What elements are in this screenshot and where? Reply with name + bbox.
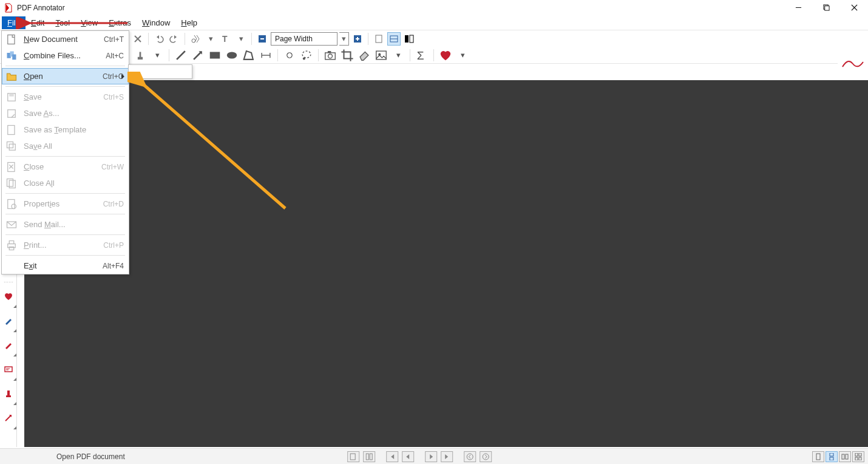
nav-pages2-icon[interactable]: [363, 451, 375, 462]
find-icon[interactable]: [189, 32, 202, 46]
fit-page-icon[interactable]: [372, 32, 385, 46]
menu-edit[interactable]: Edit: [25, 16, 50, 29]
favorite-dropdown-icon[interactable]: ▾: [456, 49, 469, 62]
svg-point-7: [192, 39, 195, 43]
nav-pages-icon[interactable]: [347, 451, 359, 462]
svg-point-26: [302, 51, 311, 58]
title-bar: PDF Annotator: [0, 0, 868, 15]
undo-icon[interactable]: [152, 32, 166, 46]
image-dropdown-icon[interactable]: ▾: [392, 49, 405, 62]
svg-point-29: [328, 53, 333, 58]
document-canvas[interactable]: [24, 80, 868, 447]
side-pen-blue-icon[interactable]: [0, 309, 17, 333]
svg-rect-69: [842, 454, 844, 459]
zoom-dropdown[interactable]: ▾: [339, 32, 349, 46]
nav-next-icon[interactable]: [425, 451, 437, 462]
side-favorite-icon[interactable]: [0, 284, 17, 309]
app-title: PDF Annotator: [17, 4, 65, 12]
svg-rect-73: [855, 457, 858, 460]
nav-back-icon[interactable]: [464, 451, 476, 462]
svg-rect-2: [824, 6, 829, 10]
svg-rect-34: [5, 367, 12, 372]
menu-file[interactable]: File: [2, 16, 25, 29]
menu-save: Save Ctrl+S: [2, 89, 129, 105]
app-icon: [4, 3, 13, 13]
svg-rect-18: [410, 35, 413, 43]
view-single-icon[interactable]: [812, 451, 824, 462]
link-icon[interactable]: [283, 49, 296, 62]
menu-open[interactable]: Open Ctrl+O: [2, 68, 129, 84]
ellipse-icon[interactable]: [225, 49, 239, 62]
status-bar: Open PDF document: [0, 448, 868, 464]
status-text: Open PDF document: [56, 452, 125, 461]
eraser-icon[interactable]: [358, 49, 371, 62]
svg-rect-30: [328, 51, 331, 53]
side-stamp-icon[interactable]: [0, 381, 17, 406]
view-continuous-icon[interactable]: [826, 451, 838, 462]
svg-rect-38: [8, 35, 15, 44]
menu-exit[interactable]: Exit Alt+F4: [2, 258, 129, 274]
close-button[interactable]: [840, 0, 868, 15]
crop-icon[interactable]: [341, 49, 354, 62]
zoom-out-icon[interactable]: [256, 32, 269, 46]
nav-prev-icon[interactable]: [402, 451, 414, 462]
side-pen-red-icon[interactable]: [0, 333, 17, 357]
two-page-icon[interactable]: [402, 32, 416, 46]
svg-rect-70: [846, 454, 848, 459]
lasso-icon[interactable]: [300, 49, 313, 62]
menu-help[interactable]: Help: [175, 16, 203, 29]
open-recent-submenu[interactable]: [128, 64, 192, 79]
nav-fwd-icon[interactable]: [480, 451, 492, 462]
stamp-icon[interactable]: [134, 49, 147, 62]
nav-controls: [347, 451, 492, 462]
svg-rect-17: [405, 35, 409, 43]
view-two-cont-icon[interactable]: [852, 451, 864, 462]
menu-window[interactable]: Window: [137, 16, 175, 29]
camera-icon[interactable]: [324, 49, 337, 62]
side-arrow-icon[interactable]: [0, 406, 17, 430]
rectangle-icon[interactable]: [208, 49, 222, 62]
nav-first-icon[interactable]: [386, 451, 398, 462]
menu-combine-files[interactable]: Combine Files... Alt+C: [2, 47, 129, 64]
mail-icon: [5, 219, 18, 231]
sigma-icon[interactable]: Σ: [415, 49, 429, 62]
delete-icon[interactable]: [131, 32, 144, 46]
arrow-icon[interactable]: [191, 49, 205, 62]
window-controls: [784, 0, 868, 15]
zoom-level-input[interactable]: Page Width: [271, 32, 337, 46]
scribble-preview: [838, 47, 868, 80]
menu-close: Close Ctrl+W: [2, 159, 129, 175]
svg-rect-13: [357, 37, 358, 41]
fit-width-icon[interactable]: [387, 32, 401, 46]
favorite-icon[interactable]: [439, 49, 452, 62]
text-tool-icon[interactable]: T: [219, 32, 232, 46]
menu-tool[interactable]: Tool: [50, 16, 75, 29]
svg-line-37: [5, 415, 11, 421]
menu-extras[interactable]: Extras: [103, 16, 137, 29]
text-dropdown-icon[interactable]: ▾: [234, 32, 248, 46]
stamp-dropdown-icon[interactable]: ▾: [151, 49, 164, 62]
folder-icon: [5, 70, 18, 83]
svg-rect-14: [376, 35, 382, 43]
line-icon[interactable]: [174, 49, 188, 62]
polygon-icon[interactable]: [242, 49, 256, 62]
menu-new-document[interactable]: New Document Ctrl+T: [2, 31, 129, 47]
svg-line-20: [194, 52, 201, 59]
image-icon[interactable]: [375, 49, 388, 62]
side-textbox-icon[interactable]: [0, 357, 17, 381]
menu-print: Print... Ctrl+P: [2, 237, 129, 253]
svg-rect-10: [260, 38, 264, 39]
find-dropdown-icon[interactable]: ▾: [204, 32, 217, 46]
svg-rect-62: [366, 454, 368, 460]
minimize-button[interactable]: [784, 0, 812, 15]
maximize-button[interactable]: [812, 0, 840, 15]
redo-icon[interactable]: [168, 32, 181, 46]
nav-last-icon[interactable]: [441, 451, 453, 462]
zoom-in-icon[interactable]: [351, 32, 364, 46]
menu-view[interactable]: View: [75, 16, 103, 29]
dimension-icon[interactable]: [259, 49, 273, 62]
svg-line-19: [177, 51, 185, 60]
view-two-icon[interactable]: [839, 451, 851, 462]
print-icon: [5, 239, 18, 251]
svg-rect-74: [859, 457, 861, 460]
